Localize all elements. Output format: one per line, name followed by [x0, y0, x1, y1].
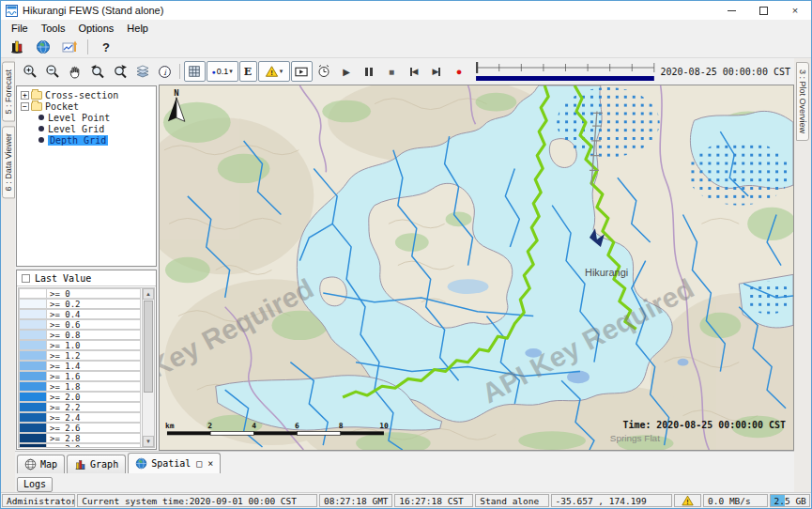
- legend-row-label: >= 1.4: [47, 361, 141, 371]
- legend-row-label: >= 2.6: [47, 423, 141, 433]
- pause-button[interactable]: [359, 61, 380, 82]
- legend-row-label: >= 1.6: [47, 371, 141, 381]
- status-mode: Stand alone: [475, 494, 548, 507]
- timeline-datetime: 2020-08-25 00:00:00 CST: [661, 67, 792, 77]
- globe-icon: [135, 457, 147, 470]
- database-explorer-button[interactable]: [6, 38, 28, 56]
- info-button[interactable]: i: [154, 61, 176, 82]
- window-close-icon[interactable]: ×: [779, 1, 811, 20]
- data-viewer-panel: + Cross-section − Pocket Level Point: [15, 85, 159, 451]
- zoom-previous-button[interactable]: [86, 61, 108, 82]
- labels-toggle-button[interactable]: E: [239, 61, 257, 82]
- legend-row[interactable]: >= 0.2: [19, 299, 154, 309]
- animation-export-button[interactable]: [291, 61, 313, 82]
- tab-forecast[interactable]: 5 : Forecast: [2, 62, 15, 122]
- pan-button[interactable]: [64, 61, 85, 82]
- time-slider-handle[interactable]: [476, 62, 478, 73]
- tree-node-pocket[interactable]: − Pocket: [18, 100, 155, 112]
- scroll-thumb[interactable]: [144, 301, 153, 393]
- time-slider[interactable]: [475, 60, 656, 83]
- main-toolbar: ?: [1, 37, 811, 58]
- spatial-layer-tree[interactable]: + Cross-section − Pocket Level Point: [16, 85, 157, 267]
- legend-row-label: >= 2.8: [47, 433, 141, 443]
- labels-button-glyph: E: [244, 66, 252, 78]
- window-minimize-icon[interactable]: [715, 1, 747, 20]
- legend-row[interactable]: >= 1.2: [19, 350, 154, 361]
- play-button[interactable]: ▶: [336, 61, 358, 82]
- legend-row[interactable]: >= 2.8: [19, 433, 154, 443]
- stop-button[interactable]: ■: [381, 61, 403, 82]
- panel-minimize-icon[interactable]: □: [196, 458, 202, 469]
- legend-row[interactable]: >= 0.8: [19, 330, 154, 340]
- north-label: N: [174, 88, 178, 98]
- logs-button[interactable]: Logs: [17, 477, 53, 492]
- grid-display-button[interactable]: [184, 61, 206, 82]
- tree-node-level-point[interactable]: Level Point: [18, 112, 155, 123]
- layers-button[interactable]: [131, 61, 153, 82]
- legend-row[interactable]: >= 0: [19, 288, 154, 299]
- bottom-tab-bar: Map Graph: [15, 451, 794, 473]
- thresholds-dropdown[interactable]: ! ▾: [258, 61, 290, 82]
- map-canvas[interactable]: API Key Required API Key Required Hikura…: [159, 85, 794, 451]
- legend-row[interactable]: >= 0.4: [19, 309, 154, 319]
- window-title: Hikurangi FEWS (Stand alone): [23, 5, 163, 16]
- expand-plus-icon[interactable]: +: [21, 91, 29, 100]
- tab-spatial[interactable]: Spatial □ ×: [128, 453, 221, 473]
- panel-close-icon[interactable]: ×: [207, 458, 213, 469]
- tab-graph[interactable]: Graph: [67, 455, 126, 473]
- tab-spatial-label: Spatial: [151, 458, 191, 469]
- spatial-display-button[interactable]: [32, 38, 54, 56]
- zoom-in-button[interactable]: [19, 61, 40, 82]
- help-button[interactable]: ?: [95, 38, 117, 56]
- zoom-next-button[interactable]: [109, 61, 130, 82]
- legend-row[interactable]: >= 1.0: [19, 340, 154, 350]
- tree-node-level-grid[interactable]: Level Grid: [18, 123, 155, 134]
- classbreaks-dropdown[interactable]: ● 0.1 ▾: [207, 61, 238, 82]
- logs-row: Logs: [15, 473, 794, 492]
- legend-row[interactable]: >= 1.6: [19, 371, 154, 381]
- menu-file[interactable]: File: [5, 22, 35, 35]
- class-dot-icon: ●: [211, 69, 215, 75]
- menu-options[interactable]: Options: [71, 22, 120, 35]
- status-system-time: Current system time:2020-09-01 00:00 CST: [77, 494, 317, 507]
- legend-row[interactable]: >= 2.6: [19, 423, 154, 433]
- status-warning-cell[interactable]: !: [674, 494, 702, 507]
- zoom-out-button[interactable]: [41, 61, 63, 82]
- timeseries-display-button[interactable]: [58, 38, 81, 56]
- tree-node-cross-section[interactable]: + Cross-section: [18, 89, 155, 100]
- scroll-down-icon[interactable]: ▼: [143, 436, 154, 447]
- last-value-checkbox[interactable]: [22, 274, 30, 283]
- step-forward-button[interactable]: ▶: [426, 61, 448, 82]
- window-maximize-icon[interactable]: [747, 1, 779, 20]
- tab-map[interactable]: Map: [17, 455, 65, 473]
- legend-row[interactable]: >= 3.0: [19, 443, 154, 448]
- legend-row[interactable]: >= 1.4: [19, 361, 154, 371]
- step-forward-icon: ▶: [433, 67, 441, 76]
- classbreaks-value: 0.1: [217, 67, 229, 76]
- legend-row[interactable]: >= 1.8: [19, 381, 154, 392]
- menu-help[interactable]: Help: [120, 22, 155, 35]
- tree-node-label: Cross-section: [45, 90, 118, 100]
- legend-color-swatch: [19, 288, 47, 299]
- lake: [448, 279, 489, 294]
- legend-row[interactable]: >= 2.4: [19, 412, 154, 423]
- leaf-bullet-icon: [38, 137, 44, 143]
- title-bar[interactable]: Hikurangi FEWS (Stand alone) ×: [1, 1, 811, 20]
- time-settings-button[interactable]: [314, 61, 335, 82]
- tree-node-depth-grid[interactable]: Depth Grid: [18, 134, 155, 146]
- record-button[interactable]: ●: [449, 61, 470, 82]
- menu-tools[interactable]: Tools: [35, 22, 72, 35]
- legend-list[interactable]: >= 0 >= 0.2 >= 0.4 >= 0.6 >= 0.8 >= 1.0 …: [18, 287, 155, 448]
- magnifier-forward-icon: [113, 64, 128, 79]
- tab-plot-overview[interactable]: 3 : Plot Overview: [796, 62, 809, 141]
- legend-color-swatch: [19, 423, 47, 433]
- scroll-up-icon[interactable]: ▲: [143, 288, 154, 300]
- scale-unit-label: km: [165, 422, 175, 430]
- legend-row[interactable]: >= 2.0: [19, 392, 154, 402]
- collapse-minus-icon[interactable]: −: [21, 102, 29, 111]
- tab-data-viewer[interactable]: 6 : Data Viewer: [2, 126, 15, 198]
- legend-row[interactable]: >= 0.6: [19, 319, 154, 330]
- legend-scrollbar[interactable]: ▲ ▼: [142, 288, 154, 447]
- step-back-button[interactable]: ◀: [404, 61, 425, 82]
- legend-row[interactable]: >= 2.2: [19, 402, 154, 412]
